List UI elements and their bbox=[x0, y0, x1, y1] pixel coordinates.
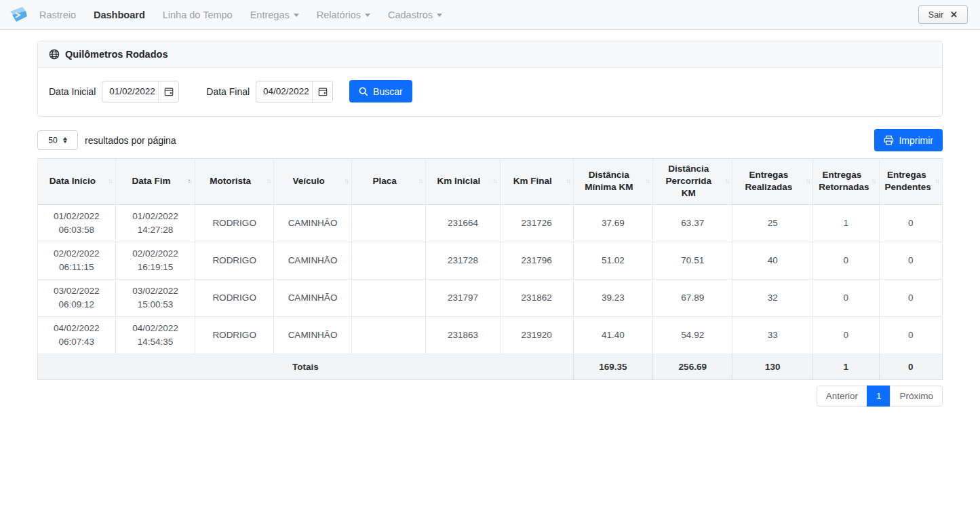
cell-data-fim: 01/02/202214:27:28 bbox=[115, 204, 195, 242]
km-rodados-table: Data Início↑↓ Data Fim↑↓ Motorista↑↓ Veí… bbox=[37, 158, 943, 380]
nav-item-entregas[interactable]: Entregas bbox=[250, 10, 299, 20]
nav-item-relatorios[interactable]: Relatórios bbox=[317, 10, 370, 20]
cell-realizadas: 33 bbox=[732, 316, 813, 354]
nav-links: Rastreio Dashboard Linha do Tempo Entreg… bbox=[39, 10, 918, 20]
sort-icon: ↑↓ bbox=[492, 177, 496, 186]
page-size-label: resultados por página bbox=[85, 135, 176, 146]
cell-km-inicial: 231728 bbox=[426, 242, 500, 279]
cell-data-fim: 02/02/202216:19:15 bbox=[115, 242, 195, 279]
pagination-page-1[interactable]: 1 bbox=[867, 386, 891, 407]
cell-motorista: RODRIGO bbox=[195, 316, 274, 354]
calendar-icon[interactable] bbox=[312, 81, 332, 102]
cell-data-fim: 04/02/202214:54:35 bbox=[115, 316, 195, 354]
start-date-group bbox=[102, 81, 179, 102]
cell-realizadas: 40 bbox=[732, 242, 813, 279]
cell-retornadas: 0 bbox=[813, 316, 879, 354]
totals-dist-percorrida: 256.69 bbox=[653, 354, 732, 379]
sort-icon: ↑↓ bbox=[267, 177, 271, 186]
start-date-input[interactable] bbox=[102, 81, 158, 102]
close-icon: ✕ bbox=[950, 10, 958, 20]
nav-item-dashboard[interactable]: Dashboard bbox=[94, 10, 145, 20]
chevron-down-icon bbox=[294, 14, 299, 17]
cell-realizadas: 25 bbox=[732, 204, 813, 242]
cell-data-inicio: 03/02/202206:09:12 bbox=[38, 279, 116, 316]
cell-dist-percorrida: 63.37 bbox=[653, 204, 732, 242]
cell-placa bbox=[351, 316, 425, 354]
col-header-km-final[interactable]: Km Final↑↓ bbox=[500, 159, 573, 205]
col-header-dist-minima[interactable]: Distância Mínima KM↑↓ bbox=[573, 159, 652, 205]
page-size-select[interactable]: 50 bbox=[37, 130, 78, 150]
totals-pendentes: 0 bbox=[879, 354, 942, 379]
totals-label: Totais bbox=[38, 354, 574, 379]
cell-veiculo: CAMINHÃO bbox=[274, 242, 352, 279]
totals-retornadas: 1 bbox=[813, 354, 879, 379]
chevron-down-icon bbox=[365, 14, 370, 17]
cell-data-inicio: 02/02/202206:11:15 bbox=[38, 242, 116, 279]
logo-icon bbox=[8, 5, 28, 24]
sort-icon: ↑↓ bbox=[871, 177, 876, 186]
col-header-placa[interactable]: Placa↑↓ bbox=[351, 159, 425, 205]
table-row[interactable]: 04/02/202206:07:43 04/02/202214:54:35 RO… bbox=[38, 316, 943, 354]
totals-row: Totais 169.35 256.69 130 1 0 bbox=[38, 354, 943, 379]
cell-km-final: 231726 bbox=[500, 204, 573, 242]
table-row[interactable]: 03/02/202206:09:12 03/02/202215:00:53 RO… bbox=[38, 279, 943, 316]
col-header-km-inicial[interactable]: Km Inicial↑↓ bbox=[426, 159, 500, 205]
cell-dist-minima: 41.40 bbox=[573, 316, 652, 354]
totals-realizadas: 130 bbox=[732, 354, 813, 379]
col-header-entregas-realizadas[interactable]: Entregas Realizadas↑↓ bbox=[732, 159, 813, 205]
col-header-motorista[interactable]: Motorista↑↓ bbox=[195, 159, 274, 205]
search-button[interactable]: Buscar bbox=[349, 80, 412, 102]
cell-dist-minima: 39.23 bbox=[573, 279, 652, 316]
cell-placa bbox=[351, 279, 425, 316]
cell-km-inicial: 231863 bbox=[426, 316, 500, 354]
cell-placa bbox=[351, 242, 425, 279]
print-button[interactable]: Imprimir bbox=[874, 129, 943, 151]
panel-header: Quilômetros Rodados bbox=[38, 41, 942, 68]
cell-pendentes: 0 bbox=[879, 204, 942, 242]
cell-data-inicio: 04/02/202206:07:43 bbox=[38, 316, 116, 354]
nav-item-cadastros[interactable]: Cadastros bbox=[388, 10, 442, 20]
cell-pendentes: 0 bbox=[879, 242, 942, 279]
sort-icon: ↑↓ bbox=[418, 177, 423, 186]
end-date-input[interactable] bbox=[256, 81, 312, 102]
table-toolbar: 50 resultados por página Imprimir bbox=[37, 129, 943, 151]
cell-veiculo: CAMINHÃO bbox=[274, 279, 352, 316]
col-header-dist-percorrida[interactable]: Distância Percorrida KM↑↓ bbox=[653, 159, 732, 205]
filter-panel: Quilômetros Rodados Data Inicial Data Fi… bbox=[37, 41, 943, 117]
col-header-data-inicio[interactable]: Data Início↑↓ bbox=[38, 159, 116, 205]
cell-km-final: 231920 bbox=[500, 316, 573, 354]
col-header-entregas-pendentes[interactable]: Entregas Pendentes↑↓ bbox=[879, 159, 942, 205]
col-header-data-fim[interactable]: Data Fim↑↓ bbox=[115, 159, 195, 205]
pagination-next[interactable]: Próximo bbox=[890, 386, 943, 407]
cell-data-inicio: 01/02/202206:03:58 bbox=[38, 204, 116, 242]
cell-dist-minima: 37.69 bbox=[573, 204, 652, 242]
sort-icon: ↑↓ bbox=[108, 177, 112, 186]
cell-retornadas: 0 bbox=[813, 242, 879, 279]
chevron-down-icon bbox=[437, 14, 442, 17]
cell-retornadas: 0 bbox=[813, 279, 879, 316]
top-navbar: Rastreio Dashboard Linha do Tempo Entreg… bbox=[0, 0, 980, 30]
table-header-row: Data Início↑↓ Data Fim↑↓ Motorista↑↓ Veí… bbox=[38, 159, 943, 205]
app-logo[interactable] bbox=[8, 5, 28, 24]
sort-icon: ↑↓ bbox=[935, 177, 939, 186]
pagination-previous[interactable]: Anterior bbox=[817, 386, 867, 407]
globe-icon bbox=[49, 49, 60, 60]
search-icon bbox=[359, 87, 368, 96]
nav-item-linha-do-tempo[interactable]: Linha do Tempo bbox=[163, 10, 233, 20]
cell-pendentes: 0 bbox=[879, 316, 942, 354]
table-row[interactable]: 01/02/202206:03:58 01/02/202214:27:28 RO… bbox=[38, 204, 943, 242]
filter-body: Data Inicial Data Final bbox=[38, 68, 942, 116]
end-date-label: Data Final bbox=[206, 86, 250, 97]
table-row[interactable]: 02/02/202206:11:15 02/02/202216:19:15 RO… bbox=[38, 242, 943, 279]
calendar-icon[interactable] bbox=[158, 81, 178, 102]
totals-dist-minima: 169.35 bbox=[573, 354, 652, 379]
cell-dist-percorrida: 54.92 bbox=[653, 316, 732, 354]
cell-km-inicial: 231797 bbox=[426, 279, 500, 316]
col-header-veiculo[interactable]: Veículo↑↓ bbox=[274, 159, 352, 205]
logout-button[interactable]: Sair ✕ bbox=[918, 5, 968, 24]
cell-motorista: RODRIGO bbox=[195, 204, 274, 242]
cell-km-final: 231862 bbox=[500, 279, 573, 316]
col-header-entregas-retornadas[interactable]: Entregas Retornadas↑↓ bbox=[813, 159, 879, 205]
nav-item-rastreio[interactable]: Rastreio bbox=[39, 10, 76, 20]
sort-icon: ↑↓ bbox=[646, 177, 650, 186]
